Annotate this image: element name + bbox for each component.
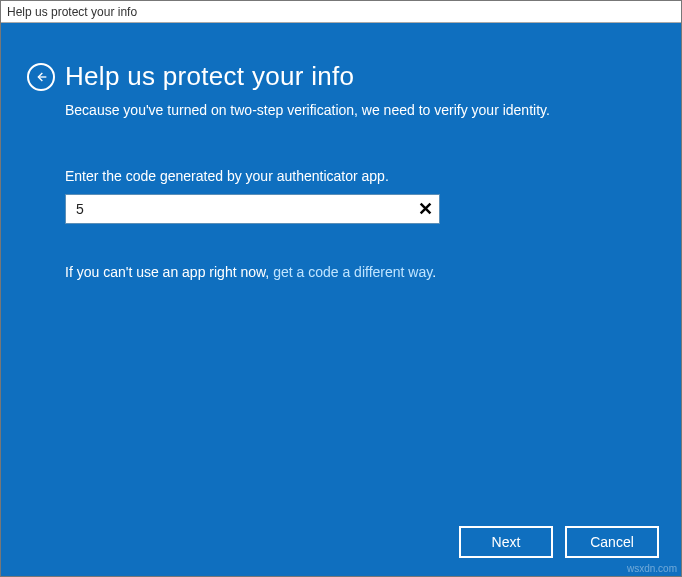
dialog-window: Help us protect your info Help us protec…: [0, 0, 682, 577]
help-text: If you can't use an app right now, get a…: [65, 264, 631, 280]
code-input-wrap: ✕: [65, 194, 440, 224]
body-indent: Because you've turned on two-step verifi…: [27, 102, 631, 280]
button-row: Next Cancel: [459, 526, 659, 558]
arrow-left-icon: [33, 69, 49, 85]
cancel-button[interactable]: Cancel: [565, 526, 659, 558]
help-suffix: .: [432, 264, 436, 280]
window-title: Help us protect your info: [7, 5, 137, 19]
back-button[interactable]: [27, 63, 55, 91]
close-icon: ✕: [418, 198, 433, 220]
watermark: wsxdn.com: [627, 563, 677, 574]
titlebar: Help us protect your info: [1, 1, 681, 23]
help-prefix: If you can't use an app right now,: [65, 264, 273, 280]
subtitle-text: Because you've turned on two-step verifi…: [65, 102, 631, 118]
clear-input-button[interactable]: ✕: [414, 198, 436, 220]
content-area: Help us protect your info Because you've…: [1, 23, 681, 576]
header-row: Help us protect your info: [27, 61, 631, 92]
alt-code-link[interactable]: get a code a different way: [273, 264, 432, 280]
input-label: Enter the code generated by your authent…: [65, 168, 631, 184]
next-button[interactable]: Next: [459, 526, 553, 558]
page-title: Help us protect your info: [65, 61, 354, 92]
code-input[interactable]: [65, 194, 440, 224]
